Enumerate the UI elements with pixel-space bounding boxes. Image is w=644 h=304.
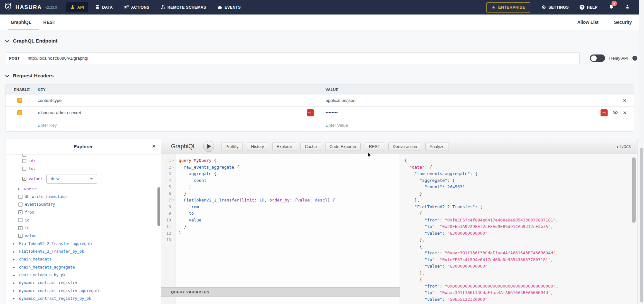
header-value[interactable]: application/json [326, 98, 355, 103]
notifications-button[interactable]: 8 [609, 4, 614, 11]
expand-arrow-icon[interactable]: ▸ [13, 289, 17, 292]
field-checkbox[interactable] [22, 167, 26, 171]
fold-arrow-icon[interactable]: ▾ [171, 197, 175, 204]
table-row: ✓ content-type application/json ✕ [5, 94, 634, 107]
expand-arrow-icon[interactable]: ▸ [18, 187, 23, 191]
history-button[interactable]: History [247, 142, 268, 151]
explorer-item-id[interactable]: id [5, 216, 156, 224]
nav-item-api[interactable]: API [66, 2, 88, 12]
expand-arrow-icon[interactable]: ▸ [13, 242, 17, 245]
fold-arrow-icon[interactable]: ▾ [171, 164, 175, 171]
relay-api-group: Relay API i [590, 52, 637, 64]
nav-item-data[interactable]: DATA [91, 2, 117, 12]
eye-icon[interactable] [612, 110, 618, 116]
nav-item-remote-schemas[interactable]: REMOTE SCHEMAS [156, 2, 210, 12]
explorer-button[interactable]: Explorer [272, 142, 296, 151]
nav-item-actions[interactable]: ACTIONS [119, 2, 154, 12]
order-direction-select[interactable]: desc [46, 174, 97, 184]
table-row-new [5, 119, 634, 131]
explorer-item-dynamic_contract_registry_aggregate[interactable]: ▸dynamic_contract_registry_aggregate [5, 287, 156, 294]
explorer-item-to[interactable]: ✓to [5, 224, 156, 232]
relay-api-toggle[interactable] [590, 54, 605, 62]
tab-graphiql[interactable]: GraphiQL [9, 15, 33, 30]
code-exporter-button[interactable]: Code Exporter [325, 142, 361, 151]
field-checkbox[interactable] [18, 218, 23, 222]
user-menu-button[interactable] [625, 4, 630, 10]
expand-arrow-icon[interactable]: ▸ [13, 273, 17, 277]
close-icon[interactable]: ✕ [152, 143, 156, 149]
explorer-item-where[interactable]: ▸where: [5, 185, 156, 193]
enable-checkbox[interactable]: ✓ [17, 110, 22, 115]
explorer-item-value[interactable]: ✓value:desc [5, 173, 156, 185]
prettify-button[interactable]: Prettify [221, 142, 242, 151]
remove-header-icon[interactable]: ✕ [623, 98, 627, 103]
password-manager-icon[interactable]: •••| [307, 109, 314, 116]
explorer-item-chain_metadata_aggregate[interactable]: ▸chain_metadata_aggregate [5, 263, 156, 271]
endpoint-url-input[interactable] [23, 52, 580, 64]
graphql-endpoint-heading[interactable]: GraphQL Endpoint [6, 38, 57, 44]
explorer-item-eventsSummary[interactable]: eventsSummary [5, 201, 156, 208]
gears-icon [124, 5, 129, 10]
endpoint-row: POST [6, 52, 580, 64]
field-checkbox[interactable] [18, 202, 23, 207]
help-button[interactable]: ? HELP [580, 5, 598, 10]
derive-action-button[interactable]: Derive action [388, 142, 421, 151]
docs-button[interactable]: ‹ Docs [610, 139, 637, 154]
explorer-item-id[interactable]: id: [5, 157, 156, 165]
explorer-scrollbar[interactable] [157, 187, 160, 226]
allow-list-link[interactable]: Allow List [577, 20, 599, 25]
expand-arrow-icon[interactable]: ▸ [13, 297, 17, 300]
explorer-tree: id:to:✓value:desc▸where:db_write_timesta… [5, 154, 156, 304]
enable-checkbox[interactable]: ✓ [17, 98, 22, 103]
field-checkbox[interactable] [18, 195, 23, 199]
new-header-key-input[interactable] [38, 123, 207, 128]
password-manager-icon[interactable]: •••| [601, 109, 608, 116]
field-checkbox[interactable]: ✓ [18, 226, 23, 230]
explorer-item-chain_metadata_by_pk[interactable]: ▸chain_metadata_by_pk [5, 271, 156, 279]
cache-button[interactable]: Cache [300, 142, 321, 151]
graphiql-title: GraphiQL [171, 143, 196, 150]
explorer-item-partial[interactable] [5, 154, 156, 157]
query-code[interactable]: query MyQuery { raw_events_aggregate { a… [179, 157, 400, 243]
explorer-item-to[interactable]: to: [5, 165, 156, 172]
query-editor[interactable]: 1▾2▾34567▾8910111213 query MyQuery { raw… [161, 154, 400, 287]
explorer-item-chain_metadata[interactable]: ▸chain_metadata [5, 255, 156, 263]
explorer-item-db_write_timestamp[interactable]: db_write_timestamp [5, 193, 156, 201]
field-checkbox[interactable]: ✓ [22, 177, 26, 181]
query-variables-bar[interactable]: QUERY VARIABLES [161, 287, 400, 297]
request-headers-heading[interactable]: Request Headers [6, 73, 54, 79]
page-scrollbar-thumb[interactable] [640, 148, 643, 302]
expand-arrow-icon[interactable]: ▸ [13, 258, 17, 261]
new-header-value-input[interactable] [326, 123, 506, 128]
rest-button[interactable]: REST [365, 142, 384, 151]
explorer-item-from[interactable]: ✓from [5, 208, 156, 216]
query-variables-editor[interactable] [161, 297, 400, 304]
explorer-item-FiatTokenV2_2_Transfer_aggregate[interactable]: ▸FiatTokenV2_2_Transfer_aggregate [5, 240, 156, 248]
remove-header-icon[interactable]: ✕ [623, 110, 627, 115]
field-checkbox[interactable] [22, 154, 26, 157]
settings-button[interactable]: SETTINGS [541, 5, 569, 10]
explorer-item-value[interactable]: ✓value [5, 232, 156, 240]
nav-item-events[interactable]: EVENTS [213, 2, 245, 12]
fold-arrow-icon[interactable]: ▾ [171, 157, 175, 164]
explorer-item-dynamic_contract_registry[interactable]: ▸dynamic_contract_registry [5, 279, 156, 287]
enterprise-button[interactable]: ★ ENTERPRISE [486, 2, 530, 13]
field-checkbox[interactable] [22, 159, 26, 163]
field-checkbox[interactable]: ✓ [18, 234, 23, 238]
execute-query-button[interactable] [203, 141, 214, 152]
explorer-item-dynamic_contract_registry_by_pk[interactable]: ▸dynamic_contract_registry_by_pk [5, 295, 156, 302]
brand-group[interactable]: HASURA v2.23.0 [0, 2, 57, 12]
explorer-item-FiatTokenV2_2_Transfer_by_pk[interactable]: ▸FiatTokenV2_2_Transfer_by_pk [5, 248, 156, 255]
header-key[interactable]: x-hasura-admin-secret [38, 110, 81, 115]
field-checkbox[interactable]: ✓ [18, 210, 23, 214]
analyze-button[interactable]: Analyze [425, 142, 449, 151]
expand-arrow-icon[interactable]: ▸ [13, 265, 17, 269]
info-icon[interactable]: i [632, 56, 637, 61]
security-link[interactable]: Security [614, 20, 632, 25]
header-key[interactable]: content-type [38, 98, 62, 103]
expand-arrow-icon[interactable]: ▸ [13, 281, 17, 285]
tab-rest[interactable]: REST [42, 15, 57, 30]
header-value-masked[interactable]: •••••••• [326, 110, 338, 115]
expand-arrow-icon[interactable]: ▸ [13, 250, 17, 253]
result-scrollbar[interactable] [632, 157, 636, 223]
